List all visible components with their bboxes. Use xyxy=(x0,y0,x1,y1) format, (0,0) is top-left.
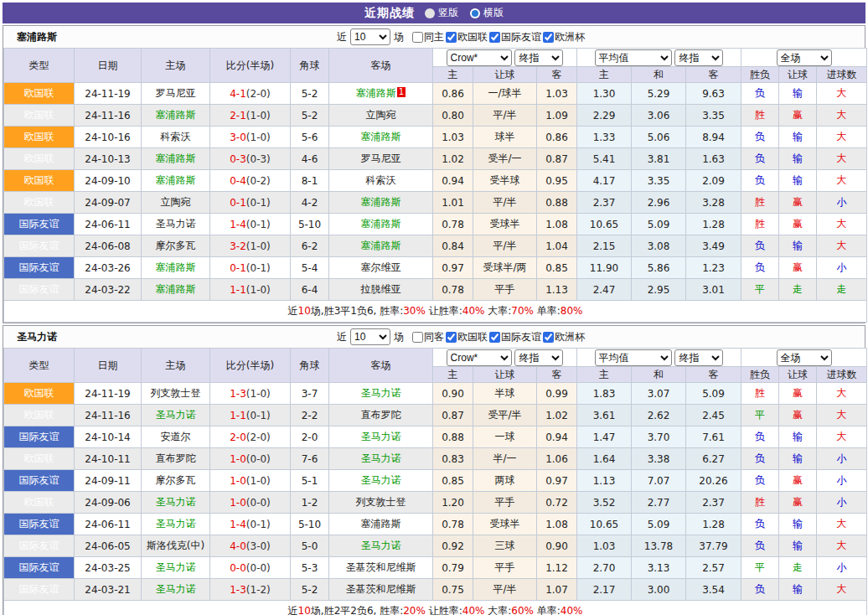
filter-checkbox-0[interactable]: 同主 xyxy=(412,30,444,44)
match-count-select[interactable]: 10 xyxy=(350,328,390,345)
score-cell: 3-2(1-0) xyxy=(210,235,291,257)
handicap-home-odds: 0.87 xyxy=(433,405,473,426)
result-winloss: 负 xyxy=(741,579,779,601)
match-date: 24-03-21 xyxy=(75,579,142,601)
away-team: 圣马力诺 xyxy=(329,535,433,557)
checkbox-label: 欧洲杯 xyxy=(555,330,585,344)
match-date: 24-06-11 xyxy=(75,214,142,235)
checkbox-input[interactable] xyxy=(446,332,457,343)
layout-radio-1[interactable]: 横版 xyxy=(470,6,504,20)
avg-draw-odds: 3.35 xyxy=(632,170,686,192)
avg-home-odds: 10.65 xyxy=(577,514,632,535)
home-team: 圣马力诺 xyxy=(142,405,210,426)
avg-home-odds: 1.30 xyxy=(577,83,632,105)
filter-checkbox-3[interactable]: 欧洲杯 xyxy=(543,330,585,344)
match-count-select[interactable]: 10 xyxy=(350,28,390,45)
filter-checkbox-3[interactable]: 欧洲杯 xyxy=(543,30,585,44)
full-time-score: 1-0 xyxy=(230,475,246,487)
col-header-type: 类型 xyxy=(4,349,75,383)
sub-header-avg-home: 主 xyxy=(577,367,632,383)
corner-score: 8-1 xyxy=(291,170,329,192)
match-date: 24-09-07 xyxy=(75,192,142,214)
half-time-score: (0-3) xyxy=(246,153,271,165)
avg-source-select[interactable]: 平均值 xyxy=(595,349,672,366)
away-team: 塞浦路斯 xyxy=(329,192,433,214)
layout-radio-0[interactable]: 竖版 xyxy=(425,6,458,20)
odds-source-select[interactable]: Crow* xyxy=(447,349,512,366)
avg-home-odds: 2.47 xyxy=(577,279,632,301)
checkbox-label: 同主 xyxy=(424,30,444,44)
scope-select[interactable]: 全场 xyxy=(777,49,832,66)
result-winloss: 平 xyxy=(741,557,779,579)
summary-text: 单率: xyxy=(534,305,561,317)
handicap-away-odds: 0.88 xyxy=(537,192,577,214)
sub-header-goals: 进球数 xyxy=(817,67,867,83)
score-cell: 3-0(1-0) xyxy=(210,127,291,148)
scope-group: 全场 xyxy=(741,49,867,67)
checkbox-input[interactable] xyxy=(412,32,423,43)
handicap-home-odds: 0.86 xyxy=(433,83,473,105)
result-goals: 大 xyxy=(817,127,867,148)
filter-checkbox-1[interactable]: 欧国联 xyxy=(446,30,488,44)
avg-source-select[interactable]: 平均值 xyxy=(595,49,672,66)
result-winloss: 负 xyxy=(741,170,779,192)
checkbox-input[interactable] xyxy=(543,332,554,343)
home-team: 斯洛伐克(中) xyxy=(142,535,210,557)
avg-away-odds: 2.09 xyxy=(686,170,741,192)
summary-text: 场,胜3平1负6, 胜率: xyxy=(311,305,403,317)
match-row: 国际友谊 24-06-11 圣马力诺 1-4(0-1) 5-10 塞浦路斯 0.… xyxy=(4,214,867,235)
result-winloss: 负 xyxy=(741,514,779,535)
half-time-score: (0-0) xyxy=(246,453,271,465)
checkbox-input[interactable] xyxy=(446,32,457,43)
match-row: 国际友谊 24-06-08 摩尔多瓦 3-2(1-0) 6-2 塞浦路斯 0.8… xyxy=(4,235,867,257)
odds-source-select[interactable]: Crow* xyxy=(447,49,512,66)
average-odds-group: 平均值 终指 xyxy=(577,349,741,367)
half-time-score: (1-0) xyxy=(246,240,271,252)
handicap-away-odds: 0.85 xyxy=(537,257,577,279)
avg-time-select[interactable]: 终指 xyxy=(674,49,723,66)
avg-home-odds: 4.17 xyxy=(577,170,632,192)
result-goals: 大 xyxy=(817,214,867,235)
handicap-home-odds: 1.02 xyxy=(433,148,473,170)
scope-select[interactable]: 全场 xyxy=(777,349,832,366)
filter-checkbox-0[interactable]: 同客 xyxy=(412,330,444,344)
avg-time-select[interactable]: 终指 xyxy=(674,349,723,366)
corner-score: 5-6 xyxy=(291,127,329,148)
filter-checkbox-1[interactable]: 欧国联 xyxy=(446,330,488,344)
avg-draw-odds: 3.06 xyxy=(632,105,686,127)
handicap-line: 受半球 xyxy=(473,170,537,192)
title-bar: 近期战绩 竖版横版 xyxy=(3,3,865,23)
result-goals: 小 xyxy=(817,192,867,214)
summary-text: 让胜率: xyxy=(426,305,462,317)
checkbox-input[interactable] xyxy=(489,332,500,343)
sections-container: 塞浦路斯 近 10 场 同主欧国联国际友谊欧洲杯 类型 日期 主场 比分(半 xyxy=(3,25,865,615)
avg-home-odds: 2.15 xyxy=(577,235,632,257)
match-type-badge: 国际友谊 xyxy=(4,535,75,557)
filter-bar: 近 10 场 同主欧国联国际友谊欧洲杯 xyxy=(337,28,585,45)
result-goals: 大 xyxy=(817,426,867,448)
live-count-badge: 1 xyxy=(397,87,406,97)
result-goals: 大 xyxy=(817,535,867,557)
filter-checkbox-2[interactable]: 国际友谊 xyxy=(489,30,541,44)
corner-score: 2-0 xyxy=(291,426,329,448)
avg-away-odds: 7.61 xyxy=(686,426,741,448)
handicap-away-odds: 1.07 xyxy=(537,579,577,601)
games-label: 场 xyxy=(394,30,404,44)
avg-draw-odds: 5.09 xyxy=(632,214,686,235)
match-row: 欧国联 24-09-07 立陶宛 0-1(0-1) 4-2 塞浦路斯 1.01 … xyxy=(4,192,867,214)
avg-away-odds: 6.27 xyxy=(686,448,741,470)
match-row: 国际友谊 24-03-26 塞浦路斯 0-1(0-1) 5-4 塞尔维亚 0.9… xyxy=(4,257,867,279)
result-goals: 大 xyxy=(817,579,867,601)
handicap-line: 平/半 xyxy=(473,235,537,257)
checkbox-input[interactable] xyxy=(489,32,500,43)
handicap-home-odds: 0.78 xyxy=(433,214,473,235)
checkbox-input[interactable] xyxy=(412,332,423,343)
score-cell: 1-4(0-1) xyxy=(210,214,291,235)
filter-checkbox-2[interactable]: 国际友谊 xyxy=(489,330,541,344)
handicap-line: 受球半 xyxy=(473,214,537,235)
home-team: 科索沃 xyxy=(142,127,210,148)
odds-time-select[interactable]: 终指 xyxy=(514,49,563,66)
checkbox-input[interactable] xyxy=(543,32,554,43)
odds-time-select[interactable]: 终指 xyxy=(514,349,563,366)
match-row: 国际友谊 24-06-11 圣马力诺 1-4(0-1) 5-10 塞浦路斯 0.… xyxy=(4,514,867,535)
